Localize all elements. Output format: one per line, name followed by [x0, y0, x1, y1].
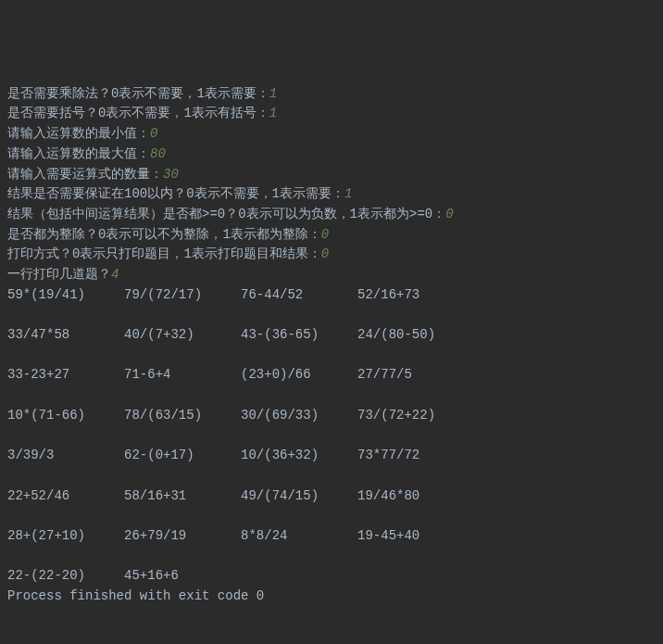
process-exit-message: Process finished with exit code 0	[7, 587, 656, 607]
user-input-value: 30	[163, 167, 179, 182]
prompt-line: 结果（包括中间运算结果）是否都>=0？0表示可以为负数，1表示都为>=0：0	[7, 205, 656, 225]
expression-row: 33/47*58 40/(7+32) 43-(36-65) 24/(80-50)	[7, 325, 656, 346]
user-input-value: 1	[269, 86, 277, 101]
expression-row: 22+52/46 58/16+31 49/(74/15) 19/46*80	[7, 486, 656, 507]
prompt-text: 一行打印几道题？	[7, 267, 111, 282]
prompt-line: 请输入需要运算式的数量：30	[7, 165, 656, 185]
prompt-text: 是否需要乘除法？0表示不需要，1表示需要：	[7, 86, 269, 101]
expression-row: 22-(22-20) 45+16+6	[7, 566, 656, 587]
prompt-line: 请输入运算数的最大值：80	[7, 145, 656, 165]
prompt-line: 结果是否需要保证在100以内？0表示不需要，1表示需要：1	[7, 184, 656, 205]
user-input-value: 80	[150, 146, 166, 161]
prompt-line: 是否都为整除？0表示可以不为整除，1表示都为整除：0	[7, 225, 656, 246]
expression-row: 33-23+27 71-6+4 (23+0)/66 27/77/5	[7, 365, 656, 385]
prompt-line: 是否需要乘除法？0表示不需要，1表示需要：1	[7, 84, 656, 105]
blank-line	[7, 547, 656, 567]
prompt-text: 是否都为整除？0表示可以不为整除，1表示都为整除：	[7, 227, 321, 242]
expression-row: 59*(19/41) 79/(72/17) 76-44/52 52/16+73	[7, 285, 656, 306]
blank-line	[7, 305, 656, 325]
prompt-line: 请输入运算数的最小值：0	[7, 124, 656, 145]
user-input-value: 4	[111, 267, 119, 282]
terminal-output: 是否需要乘除法？0表示不需要，1表示需要：1是否需要括号？0表示不需要，1表示有…	[7, 84, 656, 607]
user-input-value: 0	[445, 207, 453, 221]
prompt-text: 请输入运算数的最小值：	[7, 126, 150, 141]
prompt-text: 请输入运算数的最大值：	[7, 146, 150, 161]
blank-line	[7, 346, 656, 366]
user-input-value: 0	[321, 227, 329, 242]
expression-row: 28+(27+10) 26+79/19 8*8/24 19-45+40	[7, 526, 656, 547]
prompt-text: 是否需要括号？0表示不需要，1表示有括号：	[7, 106, 269, 120]
blank-line	[7, 466, 656, 486]
prompt-text: 请输入需要运算式的数量：	[7, 167, 163, 182]
blank-line	[7, 425, 656, 446]
blank-line	[7, 506, 656, 526]
blank-line	[7, 385, 656, 406]
prompt-text: 打印方式？0表示只打印题目，1表示打印题目和结果：	[7, 246, 321, 261]
prompt-line: 是否需要括号？0表示不需要，1表示有括号：1	[7, 104, 656, 124]
user-input-value: 0	[321, 246, 329, 261]
expression-row: 10*(71-66) 78/(63/15) 30/(69/33) 73/(72+…	[7, 406, 656, 426]
prompt-text: 结果（包括中间运算结果）是否都>=0？0表示可以为负数，1表示都为>=0：	[7, 207, 445, 221]
user-input-value: 0	[150, 126, 157, 141]
prompt-line: 一行打印几道题？4	[7, 265, 656, 285]
prompt-line: 打印方式？0表示只打印题目，1表示打印题目和结果：0	[7, 245, 656, 265]
user-input-value: 1	[269, 106, 277, 120]
user-input-value: 1	[344, 186, 352, 201]
prompt-text: 结果是否需要保证在100以内？0表示不需要，1表示需要：	[7, 186, 344, 201]
expression-row: 3/39/3 62-(0+17) 10/(36+32) 73*77/72	[7, 446, 656, 466]
